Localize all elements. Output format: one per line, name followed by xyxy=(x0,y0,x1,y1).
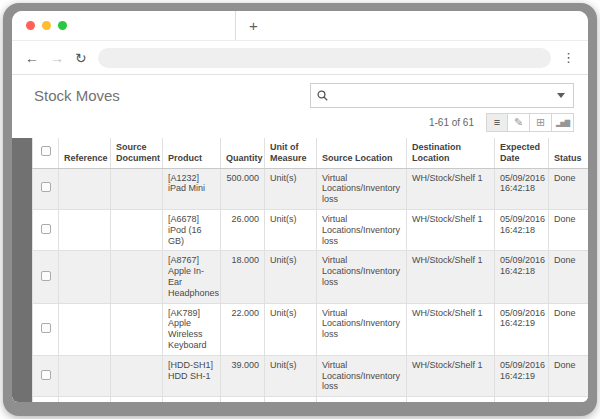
search-icon xyxy=(317,90,328,101)
cell-uom: Unit(s) xyxy=(265,303,317,355)
search-dropdown-caret-icon[interactable] xyxy=(557,93,565,98)
cell-uom: Unit(s) xyxy=(265,397,317,402)
cell-status: Done xyxy=(549,209,589,250)
header-status[interactable]: Status xyxy=(549,138,589,168)
stock-moves-table: Reference Source Document Product Quanti… xyxy=(32,138,588,402)
table-region: Reference Source Document Product Quanti… xyxy=(12,138,588,402)
cell-uom: Unit(s) xyxy=(265,209,317,250)
pager-bar: 1-61 of 61 ≡ ✎ ⊞ ▂▅▇ xyxy=(12,113,588,138)
table-scroll-area: Reference Source Document Product Quanti… xyxy=(32,138,588,402)
cell-destination-location: WH/Stock/Shelf 1 xyxy=(407,397,495,402)
header-source-location[interactable]: Source Location xyxy=(317,138,407,168)
cell-source-document xyxy=(111,397,163,402)
cell-reference xyxy=(59,303,111,355)
row-select-cell xyxy=(33,209,59,250)
cell-source-location: Virtual Locations/Inventory loss xyxy=(317,209,407,250)
cell-expected-date: 05/09/201616:42:19 xyxy=(495,303,549,355)
search-input[interactable] xyxy=(334,89,557,103)
list-view-icon[interactable]: ≡ xyxy=(486,113,508,132)
odoo-page: Stock Moves 1-61 of 61 ≡ ✎ ⊞ ▂▅▇ xyxy=(12,75,588,402)
browser-tabstrip: + xyxy=(12,11,588,41)
select-all-checkbox[interactable] xyxy=(41,146,51,156)
cell-uom: Unit(s) xyxy=(265,355,317,396)
row-checkbox[interactable] xyxy=(41,271,51,281)
form-view-icon[interactable]: ✎ xyxy=(508,113,530,132)
row-checkbox[interactable] xyxy=(41,370,51,380)
minimize-window-button[interactable] xyxy=(42,21,51,30)
cell-destination-location: WH/Stock/Shelf 1 xyxy=(407,209,495,250)
maximize-window-button[interactable] xyxy=(58,21,67,30)
cell-source-location: Virtual Locations/Inventory loss xyxy=(317,251,407,303)
cell-expected-date: 05/09/201616:42:18 xyxy=(495,168,549,209)
cell-quantity: 39.000 xyxy=(221,355,265,396)
cell-status: Done xyxy=(549,397,589,402)
cell-quantity: 18.000 xyxy=(221,251,265,303)
cell-product: [A8767] Apple In-Ear Headphones xyxy=(163,251,221,303)
cell-destination-location: WH/Stock/Shelf 1 xyxy=(407,168,495,209)
row-checkbox[interactable] xyxy=(41,182,51,192)
row-select-cell xyxy=(33,355,59,396)
new-tab-button[interactable]: + xyxy=(249,18,258,33)
address-bar[interactable] xyxy=(98,48,551,68)
browser-window: + ← → ↻ ⋮ Stock Moves xyxy=(12,11,588,402)
table-row[interactable]: [A1232] iPad Mini 500.000 Unit(s) Virtua… xyxy=(33,168,589,209)
cell-product: [HDD-SH1] HDD SH-1 xyxy=(163,355,221,396)
cell-expected-date: 05/09/201616:42:18 xyxy=(495,251,549,303)
cell-uom: Unit(s) xyxy=(265,251,317,303)
cell-product: [A6678] iPod (16 GB) xyxy=(163,209,221,250)
cell-source-location: Virtual Locations/Inventory loss xyxy=(317,168,407,209)
table-row[interactable]: [HDD-SH2] HDD SH-2 45.000 Unit(s) Virtua… xyxy=(33,397,589,402)
cell-reference xyxy=(59,251,111,303)
header-quantity[interactable]: Quantity xyxy=(221,138,265,168)
cell-status: Done xyxy=(549,168,589,209)
header-expected-date[interactable]: Expected Date xyxy=(495,138,549,168)
cell-expected-date: 05/09/201616:42:18 xyxy=(495,209,549,250)
cell-source-location: Virtual Locations/Inventory loss xyxy=(317,397,407,402)
graph-view-icon[interactable]: ▂▅▇ xyxy=(552,113,574,132)
close-window-button[interactable] xyxy=(26,21,35,30)
row-checkbox[interactable] xyxy=(41,224,51,234)
header-destination-location[interactable]: Destination Location xyxy=(407,138,495,168)
search-box[interactable] xyxy=(310,83,574,108)
cell-source-location: Virtual Locations/Inventory loss xyxy=(317,303,407,355)
header-product[interactable]: Product xyxy=(163,138,221,168)
grid-view-icon[interactable]: ⊞ xyxy=(530,113,552,132)
table-row[interactable]: [HDD-SH1] HDD SH-1 39.000 Unit(s) Virtua… xyxy=(33,355,589,396)
table-header-row: Reference Source Document Product Quanti… xyxy=(33,138,589,168)
header-unit-of-measure[interactable]: Unit of Measure xyxy=(265,138,317,168)
cell-status: Done xyxy=(549,355,589,396)
browser-tab[interactable] xyxy=(88,11,236,40)
reload-icon[interactable]: ↻ xyxy=(75,51,87,65)
row-checkbox[interactable] xyxy=(41,323,51,333)
header-reference[interactable]: Reference xyxy=(59,138,111,168)
header-source-document[interactable]: Source Document xyxy=(111,138,163,168)
left-gutter-strip xyxy=(12,138,32,402)
cell-expected-date: 05/09/201616:42:19 xyxy=(495,355,549,396)
pager-counter: 1-61 of 61 xyxy=(429,117,474,128)
row-select-cell xyxy=(33,251,59,303)
browser-menu-icon[interactable]: ⋮ xyxy=(562,50,575,65)
row-select-cell xyxy=(33,303,59,355)
cell-source-document xyxy=(111,355,163,396)
cell-product: [HDD-SH2] HDD SH-2 xyxy=(163,397,221,402)
cell-reference xyxy=(59,397,111,402)
cell-destination-location: WH/Stock/Shelf 1 xyxy=(407,303,495,355)
cell-source-document xyxy=(111,168,163,209)
cell-reference xyxy=(59,209,111,250)
cell-quantity: 22.000 xyxy=(221,303,265,355)
table-row[interactable]: [A6678] iPod (16 GB) 26.000 Unit(s) Virt… xyxy=(33,209,589,250)
cell-product: [AK789] Apple Wireless Keyboard xyxy=(163,303,221,355)
forward-icon[interactable]: → xyxy=(50,51,64,65)
browser-navbar: ← → ↻ ⋮ xyxy=(12,41,588,75)
cell-source-document xyxy=(111,251,163,303)
back-icon[interactable]: ← xyxy=(25,51,39,65)
cell-status: Done xyxy=(549,303,589,355)
cell-source-document xyxy=(111,303,163,355)
device-frame: + ← → ↻ ⋮ Stock Moves xyxy=(3,3,597,416)
table-row[interactable]: [A8767] Apple In-Ear Headphones 18.000 U… xyxy=(33,251,589,303)
cell-source-document xyxy=(111,209,163,250)
select-all-cell xyxy=(33,138,59,168)
row-select-cell xyxy=(33,397,59,402)
cell-quantity: 45.000 xyxy=(221,397,265,402)
table-row[interactable]: [AK789] Apple Wireless Keyboard 22.000 U… xyxy=(33,303,589,355)
